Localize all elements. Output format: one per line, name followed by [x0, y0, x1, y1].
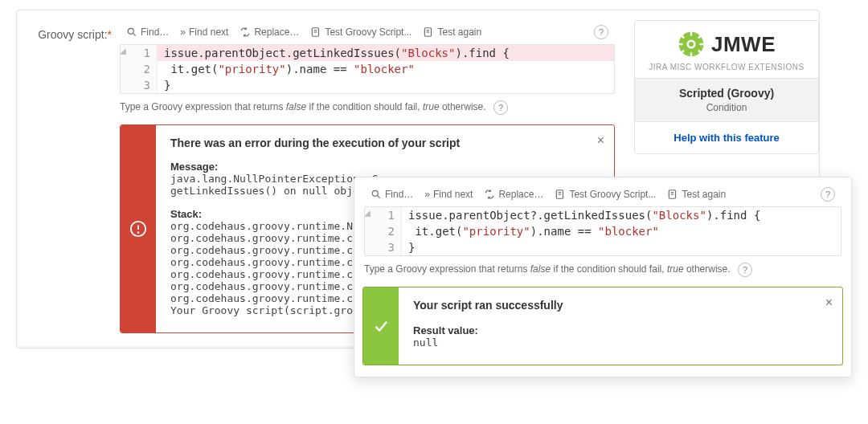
- check-icon: [372, 317, 390, 335]
- code-text[interactable]: }: [402, 239, 421, 255]
- test-again-button[interactable]: Test again: [423, 26, 481, 38]
- code-text[interactable]: issue.parentObject.getLinkedIssues("Bloc…: [158, 45, 516, 61]
- gutter: 1: [121, 45, 158, 61]
- success-alert: × Your script ran successfully Result va…: [362, 287, 843, 365]
- chevrons-right-icon: »: [180, 26, 186, 38]
- gutter: 1: [365, 207, 402, 223]
- error-heading: There was an error during the execution …: [170, 137, 577, 149]
- help-link[interactable]: Help with this feature: [635, 122, 818, 153]
- search-icon: [371, 189, 382, 200]
- alert-circle-icon: [129, 220, 147, 238]
- error-stripe: [121, 125, 156, 332]
- code-line: 2 it.get("priority").name == "blocker": [121, 61, 614, 77]
- help-icon[interactable]: ?: [594, 25, 608, 39]
- find-button[interactable]: Find…: [126, 26, 169, 38]
- replace-icon: [240, 26, 251, 38]
- svg-point-10: [138, 232, 139, 233]
- help-icon[interactable]: ?: [493, 100, 508, 115]
- condition-title: Scripted (Groovy): [641, 87, 812, 100]
- field-hint: Type a Groovy expression that returns fa…: [364, 263, 841, 277]
- find-button[interactable]: Find…: [371, 189, 413, 200]
- svg-point-21: [372, 190, 378, 196]
- svg-point-12: [688, 41, 695, 48]
- result-label: Result value:: [413, 324, 805, 336]
- svg-line-1: [133, 33, 135, 35]
- code-editor[interactable]: 1issue.parentObject.getLinkedIssues("Blo…: [120, 44, 615, 94]
- svg-line-22: [377, 195, 379, 198]
- find-next-button[interactable]: » Find next: [424, 189, 473, 200]
- code-line: 3}: [121, 77, 614, 93]
- code-text[interactable]: it.get("priority").name == "blocker": [158, 61, 421, 77]
- message-label: Message:: [170, 161, 577, 173]
- condition-type: Condition: [641, 102, 812, 113]
- code-editor[interactable]: 1issue.parentObject?.getLinkedIssues("Bl…: [364, 206, 841, 256]
- editor-toolbar: Find… » Find next Replace… Test Groovy S…: [120, 20, 615, 44]
- svg-rect-16: [699, 43, 703, 46]
- help-icon[interactable]: ?: [738, 263, 752, 277]
- replace-icon: [484, 189, 495, 200]
- code-text[interactable]: it.get("priority").name == "blocker": [402, 223, 665, 239]
- gutter: 2: [365, 223, 402, 239]
- editor-toolbar: Find… » Find next Replace… Test Groovy S…: [364, 182, 841, 206]
- script-again-icon: [423, 26, 434, 38]
- code-line: 1issue.parentObject.getLinkedIssues("Blo…: [121, 45, 614, 61]
- code-text[interactable]: issue.parentObject?.getLinkedIssues("Blo…: [402, 207, 767, 223]
- code-text[interactable]: }: [158, 77, 177, 93]
- plugin-name: JMWE: [711, 32, 776, 57]
- fold-icon[interactable]: [120, 48, 129, 57]
- script-icon: [555, 189, 566, 200]
- test-script-button[interactable]: Test Groovy Script...: [555, 189, 656, 200]
- svg-rect-14: [690, 52, 693, 56]
- chevrons-right-icon: »: [424, 189, 430, 200]
- code-line: 2 it.get("priority").name == "blocker": [365, 223, 841, 239]
- test-again-button[interactable]: Test again: [667, 189, 726, 200]
- code-line: 1issue.parentObject?.getLinkedIssues("Bl…: [365, 207, 841, 223]
- plugin-brand: JMWE: [635, 21, 818, 63]
- success-stripe: [363, 287, 399, 365]
- gutter: 2: [121, 61, 158, 77]
- close-icon[interactable]: ×: [825, 296, 833, 310]
- script-editor-panel-success: Find… » Find next Replace… Test Groovy S…: [354, 177, 852, 377]
- find-next-button[interactable]: » Find next: [180, 26, 228, 38]
- replace-button[interactable]: Replace…: [484, 189, 543, 200]
- svg-rect-13: [690, 32, 693, 36]
- gutter: 3: [121, 77, 158, 93]
- script-again-icon: [667, 189, 678, 200]
- test-script-button[interactable]: Test Groovy Script...: [310, 26, 411, 38]
- close-icon[interactable]: ×: [597, 133, 604, 148]
- gear-icon: [678, 31, 705, 58]
- help-icon[interactable]: ?: [821, 187, 835, 202]
- replace-button[interactable]: Replace…: [240, 26, 299, 38]
- required-star: *: [108, 28, 112, 41]
- svg-point-0: [128, 28, 133, 34]
- gutter: 3: [365, 239, 402, 255]
- search-icon: [126, 26, 137, 38]
- plugin-subtitle: JIRA MISC WORKFLOW EXTENSIONS: [635, 63, 818, 78]
- result-value: null: [413, 336, 805, 349]
- svg-rect-15: [679, 43, 683, 46]
- field-hint: Type a Groovy expression that returns fa…: [120, 100, 615, 115]
- plugin-card: JMWE JIRA MISC WORKFLOW EXTENSIONS Scrip…: [634, 20, 819, 154]
- success-heading: Your script ran successfully: [413, 299, 805, 312]
- code-line: 3}: [365, 239, 841, 255]
- fold-icon[interactable]: [364, 210, 373, 219]
- field-label: Groovy script:*: [17, 20, 120, 41]
- script-icon: [310, 26, 321, 38]
